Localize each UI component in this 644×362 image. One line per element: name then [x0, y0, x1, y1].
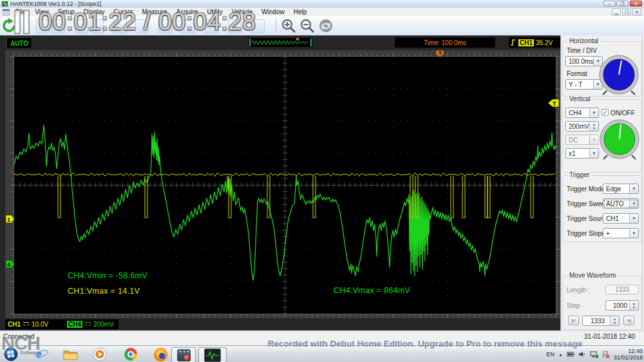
media-player-icon[interactable]: [91, 347, 108, 361]
battery-icon[interactable]: [567, 351, 575, 357]
network-icon[interactable]: [590, 351, 598, 358]
refresh-view-icon[interactable]: [318, 19, 334, 33]
menu-window[interactable]: Window: [257, 8, 289, 15]
scope-app-area: AUTO Time: 100.0ms CH1 35.2V 14TT CH4:Vm…: [0, 35, 560, 330]
svg-text:T: T: [553, 100, 556, 107]
chevron-down-icon: ▼: [629, 214, 638, 223]
firefox-icon[interactable]: [152, 347, 169, 361]
svg-text:e: e: [37, 348, 42, 361]
trigger-sweep-label: Trigger Sweep: [567, 200, 609, 207]
chevron-down-icon: ▼: [589, 149, 598, 158]
app-icon: [2, 1, 8, 6]
menu-acquire[interactable]: Acquire: [171, 8, 202, 15]
menu-display[interactable]: Display: [79, 8, 109, 15]
preview-trigger-marker: [296, 38, 299, 41]
spin-down-icon: ▼: [613, 321, 616, 325]
menu-help[interactable]: Help: [289, 8, 312, 15]
position-spinner[interactable]: 1333▲▼: [582, 316, 620, 326]
step-label: Step: [567, 302, 580, 309]
tray-clock[interactable]: 12:4031/01/2018: [614, 348, 643, 361]
toolbar-button[interactable]: [158, 19, 172, 33]
step-spinner[interactable]: 1000▲▼: [605, 300, 639, 310]
close-button[interactable]: ✕: [630, 1, 642, 6]
panel-edge: [642, 35, 643, 330]
trigger-sweep-select[interactable]: AUTO▼: [603, 198, 639, 209]
mdi-close-button[interactable]: ✕: [632, 8, 641, 15]
trigger-source-badge: CH1: [518, 39, 534, 46]
svg-text:T: T: [439, 50, 442, 57]
action-center-flag-icon[interactable]: [602, 351, 610, 358]
speaker-icon[interactable]: [579, 351, 586, 357]
waveform-preview[interactable]: [249, 38, 312, 47]
start-button[interactable]: [3, 347, 19, 361]
menu-file[interactable]: File: [11, 8, 30, 15]
horizontal-knob[interactable]: [598, 53, 640, 96]
toolbar-button[interactable]: [75, 19, 88, 33]
hantek-task-button[interactable]: [198, 347, 227, 362]
statusbar: Connected 31-01-2018 12:40: [0, 330, 644, 346]
chevron-down-icon: ▼: [629, 229, 638, 238]
preview-wave: [251, 41, 308, 45]
tray-expand-icon[interactable]: ▲: [558, 352, 563, 357]
menu-utility[interactable]: Utility: [202, 8, 227, 15]
trigger-slope-label: Trigger Slope: [567, 230, 605, 237]
menu-cursor[interactable]: Cursor: [109, 8, 138, 15]
mdi-child-icon: [3, 9, 10, 15]
chevron-down-icon: ▼: [589, 108, 598, 117]
volt-scale-spinner[interactable]: 200mV▲▼: [565, 121, 599, 131]
ch1-readout[interactable]: CH1 10.0V: [5, 319, 66, 329]
trigger-mode-select[interactable]: Edge▼: [603, 184, 639, 194]
trigger-level-value: 35.2V: [536, 39, 553, 46]
measure-ch4-vmax: CH4:Vmax = 864mV: [334, 286, 410, 295]
mdi-minimize-button[interactable]: ‗: [612, 8, 621, 15]
toolbar-button[interactable]: [228, 19, 242, 33]
ch1-label: CH1: [8, 321, 21, 328]
toolbar-button[interactable]: [36, 19, 50, 33]
trigger-group-title: Trigger: [567, 171, 591, 178]
svg-text:4: 4: [7, 262, 10, 268]
coupling-select: DC▼: [565, 135, 599, 145]
move-last-button[interactable]: >|: [623, 316, 634, 325]
spin-down-icon: ▼: [592, 127, 596, 130]
trigger-source-select[interactable]: CH1▼: [603, 213, 639, 224]
menu-measure[interactable]: Measure: [138, 8, 172, 15]
maximize-button[interactable]: ❐: [616, 1, 629, 6]
file-explorer-icon[interactable]: [62, 347, 79, 361]
move-first-button[interactable]: |<: [568, 316, 579, 325]
toolbar-button[interactable]: [182, 19, 195, 33]
toolbar-button[interactable]: [251, 19, 265, 33]
channel-select[interactable]: CH4▼: [565, 108, 599, 118]
toolbar-button[interactable]: [52, 19, 65, 33]
trigger-slope-select[interactable]: +▼: [603, 228, 639, 238]
menu-view[interactable]: View: [30, 8, 53, 15]
mdi-restore-button[interactable]: ❐: [622, 8, 631, 15]
ch4-scale: 200mV: [93, 321, 114, 328]
ch4-readout[interactable]: CH4 200mV: [64, 319, 118, 329]
menu-setup[interactable]: Setup: [53, 8, 79, 15]
menu-vehicle[interactable]: Vehicle: [227, 8, 257, 15]
zoom-in-icon[interactable]: [281, 19, 296, 33]
system-tray: EN ▲ 12:4031/01/2018: [547, 346, 643, 362]
toolbar-button[interactable]: [135, 19, 149, 33]
vertical-knob[interactable]: [598, 118, 641, 160]
toolbar-button[interactable]: [90, 19, 104, 33]
internet-explorer-icon[interactable]: e: [33, 347, 50, 361]
chrome-icon[interactable]: [122, 347, 139, 361]
debut-recorder-task-button[interactable]: [171, 347, 196, 362]
measure-ch4-vmin: CH4:Vmin = -58.6mV: [68, 271, 147, 280]
move-waveform-title: Move Waveform: [567, 272, 618, 279]
spin-up-icon: ▲: [632, 302, 636, 305]
move-waveform-group: Move Waveform Length : 1333 Step 1000▲▼ …: [562, 276, 642, 330]
zoom-out-icon[interactable]: [300, 19, 315, 33]
trigger-group: Trigger Trigger Mode Edge▼ Trigger Sweep…: [562, 175, 642, 242]
length-label: Length :: [567, 287, 590, 294]
minimize-button[interactable]: –: [603, 1, 616, 6]
refresh-acquire-icon[interactable]: [2, 18, 17, 33]
toolbar-button[interactable]: [113, 19, 127, 33]
probe-select[interactable]: x1▼: [565, 148, 599, 158]
toolbar-button[interactable]: [205, 19, 218, 33]
channel-onoff-checkbox[interactable]: ✓: [601, 109, 609, 116]
vertical-group-title: Vertical: [567, 95, 592, 102]
tray-language[interactable]: EN: [547, 351, 555, 357]
horizontal-group-title: Horizontal: [567, 37, 600, 44]
